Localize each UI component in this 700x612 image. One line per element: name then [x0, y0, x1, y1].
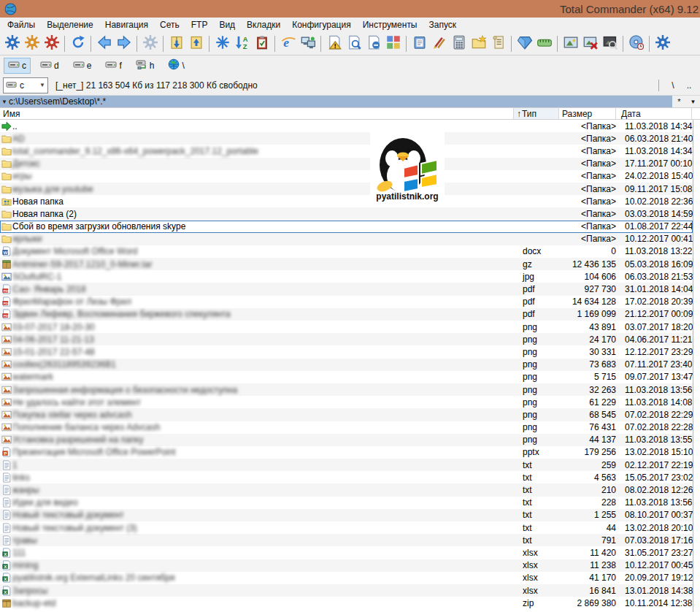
toolbar-star-blue-button[interactable] [212, 34, 232, 53]
toolbar-pack-button[interactable] [166, 34, 186, 53]
scrollbar[interactable] [693, 120, 700, 612]
toolbar-options-gears-button[interactable] [140, 34, 160, 53]
file-row[interactable]: coollex(2631189539236B1png73 68307.11.20… [0, 359, 693, 371]
file-row[interactable]: PDFЭдвин Лефевр, Воспоминания биржевого … [0, 308, 693, 321]
file-row[interactable]: Пополнение баланса через Advcashpng76 43… [0, 421, 693, 434]
toolbar-gear-orange-button[interactable] [22, 34, 42, 53]
column-header-name[interactable]: Имя [0, 108, 514, 119]
file-row[interactable]: травыtxt79107.03.2018 17:16 [0, 534, 693, 546]
toolbar-unpack-button[interactable] [186, 34, 206, 53]
toolbar-refresh-button[interactable] [68, 34, 88, 53]
root-dir-button[interactable]: \ [665, 78, 681, 93]
menu-item-1[interactable]: Выделение [41, 18, 99, 31]
drive-f-button[interactable]: f [101, 58, 126, 74]
file-row[interactable]: Запрошенная информация о безопасности не… [0, 383, 693, 396]
path-history-button[interactable]: ▼ [686, 96, 700, 107]
title-bar[interactable]: Total Commander (x64) 9.12 [0, 0, 700, 18]
toolbar-gear-red-button[interactable] [42, 34, 61, 53]
file-row[interactable]: Xpyatilistnik.org ExternalLinks 20 сентя… [0, 572, 693, 584]
toolbar-network-button[interactable] [298, 34, 318, 53]
file-row[interactable]: Новая папка<Папка>10.02.2018 22:36 [0, 195, 693, 207]
file-row[interactable]: жанрыtxt21008.02.2018 12:26 [0, 483, 693, 496]
menu-item-2[interactable]: Навигация [99, 18, 154, 31]
file-row[interactable]: 1txt25902.12.2017 22:19 [0, 459, 693, 471]
toolbar-ruler-button[interactable] [534, 34, 554, 53]
drive-h-button[interactable]: h [131, 58, 159, 74]
toolbar-script-button[interactable] [488, 34, 508, 53]
menu-item-6[interactable]: Вкладки [241, 18, 286, 31]
xlsx-icon: X [0, 586, 12, 596]
toolbar-back-arrow-button[interactable] [94, 34, 114, 53]
column-header-date[interactable]: Дата [616, 108, 692, 119]
file-row[interactable]: Новая папка (2)<Папка>03.03.2018 14:59 [0, 207, 693, 220]
file-row[interactable]: watermarkpng5 71509.07.2017 13:47 [0, 371, 693, 383]
file-row[interactable]: 04-06-2017 11-21-13png24 17004.06.2017 1… [0, 333, 693, 345]
menu-item-4[interactable]: FTP [185, 18, 214, 31]
toolbar-image-search-button[interactable] [600, 34, 620, 53]
file-row[interactable]: SOulfulRC-1jpg104 60606.03.2018 21:53 [0, 270, 693, 283]
file-row[interactable]: backup-etdzip2 869 38010.11.2014 12:38 [0, 597, 693, 609]
path-bar[interactable]: ▼ c:\Users\sem\Desktop\*.* [0, 96, 672, 107]
drive-e-button[interactable]: e [69, 58, 96, 74]
file-row[interactable]: 03-07-2017 18-20-30png43 89103.07.2017 1… [0, 321, 693, 333]
toolbar-sort-az-button[interactable]: AZ [232, 34, 252, 53]
parent-dir-button[interactable]: .. [681, 78, 697, 93]
column-header-size[interactable]: Размер [559, 108, 616, 119]
file-row[interactable]: Сбой во время загрузки обновления skype<… [0, 221, 693, 233]
toolbar-doc-properties-button[interactable] [364, 34, 383, 53]
toolbar-calculator-button[interactable] [449, 34, 469, 53]
file-row[interactable]: XЗапросыxlsx16 84113.01.2018 14:38 [0, 584, 693, 597]
toolbar-forward-arrow-button[interactable] [114, 34, 134, 53]
toolbar-paint-button[interactable] [429, 34, 449, 53]
menu-item-5[interactable]: Вид [213, 18, 241, 31]
file-row[interactable]: Новый текстовый документ (3)txt4413.02.2… [0, 521, 693, 534]
menu-item-8[interactable]: Инструменты [357, 18, 423, 31]
file-row[interactable]: Antminer-S9-2017.1210_0-Miner.targz12 43… [0, 258, 693, 270]
toolbar-thumbnails-button[interactable] [383, 34, 403, 53]
drive-root-button[interactable]: \ [164, 58, 188, 74]
file-row[interactable]: WДокумент Microsoft Office Worddocx011.0… [0, 245, 693, 258]
menu-item-0[interactable]: Файлы [1, 18, 41, 31]
toolbar-notepad-button[interactable] [409, 34, 429, 53]
menu-item-7[interactable]: Конфигурация [286, 18, 357, 31]
file-row[interactable]: ярлыки<Папка>10.12.2017 00:41 [0, 233, 693, 245]
file-row[interactable]: linkstxt4 56315.05.2017 23:02 [0, 471, 693, 483]
file-row[interactable]: Идеи для видеоtxt22811.03.2018 13:56 [0, 497, 693, 509]
file-row[interactable]: Покупка stellar через advcashpng68 54507… [0, 408, 693, 421]
toolbar-image-delete-button[interactable] [580, 34, 600, 53]
favorites-button[interactable]: * [672, 96, 686, 107]
file-row-parent-dir[interactable]: ..<Папка>11.03.2018 14:34 [0, 120, 693, 132]
toolbar-doc-warning-button[interactable] [324, 34, 344, 53]
file-row[interactable]: Новый текстовый документtxt1 25508.10.20… [0, 509, 693, 521]
column-header-spacer [692, 108, 700, 119]
toolbar-doc-preview-button[interactable] [344, 34, 364, 53]
file-row[interactable]: AD<Папка>06.03.2018 21:40 [0, 132, 693, 145]
file-row[interactable]: музыка для youtube<Папка>09.11.2017 15:0… [0, 183, 693, 195]
file-row[interactable]: PDFСао- Январь 2018pdf927 73031.01.2018 … [0, 283, 693, 295]
toolbar-image-viewer-button[interactable] [561, 34, 580, 53]
toolbar-gear-blue-button[interactable] [653, 34, 672, 53]
toolbar-verify-button[interactable] [252, 34, 272, 53]
file-size: <Папка> [563, 171, 620, 181]
menu-item-3[interactable]: Сеть [154, 18, 185, 31]
drive-c-button[interactable]: c [4, 58, 31, 74]
file-row[interactable]: Xminingxlsx11 23810.12.2017 00:45 [0, 559, 693, 572]
file-row[interactable]: PПрезентация Microsoft Office PowerPoint… [0, 446, 693, 459]
toolbar-cd-burn-button[interactable] [626, 34, 646, 53]
drive-d-button[interactable]: d [36, 58, 64, 74]
file-row[interactable]: X111xlsx11 42031.05.2017 23:27 [0, 546, 693, 559]
file-row[interactable]: Не удалось найти этот элементpng61 22911… [0, 396, 693, 408]
file-row[interactable]: total_commander_9.12_x86-x64_powerpack_2… [0, 145, 693, 157]
file-row[interactable]: Детокс<Папка>17.11.2017 00:10 [0, 158, 693, 170]
menu-item-9[interactable]: Запуск [423, 18, 463, 31]
toolbar-internet-explorer-button[interactable]: e [278, 34, 298, 53]
file-row[interactable]: 15-01-2017 22-57-48png30 33112.12.2017 2… [0, 345, 693, 358]
drive-combo[interactable]: c ▼ [3, 77, 48, 93]
toolbar-gear-blue-button[interactable] [2, 34, 22, 53]
file-row[interactable]: PDFФрилМарафон от Лизы Фрилpdf14 634 128… [0, 296, 693, 308]
file-row[interactable]: Установка разрешений на папкуpng44 13711… [0, 434, 693, 446]
column-header-type[interactable]: ↑Тип [514, 108, 559, 119]
toolbar-folder-new-button[interactable] [469, 34, 488, 53]
file-row[interactable]: игры<Папка>24.02.2018 15:40 [0, 170, 693, 183]
toolbar-crystal-button[interactable] [515, 34, 534, 53]
